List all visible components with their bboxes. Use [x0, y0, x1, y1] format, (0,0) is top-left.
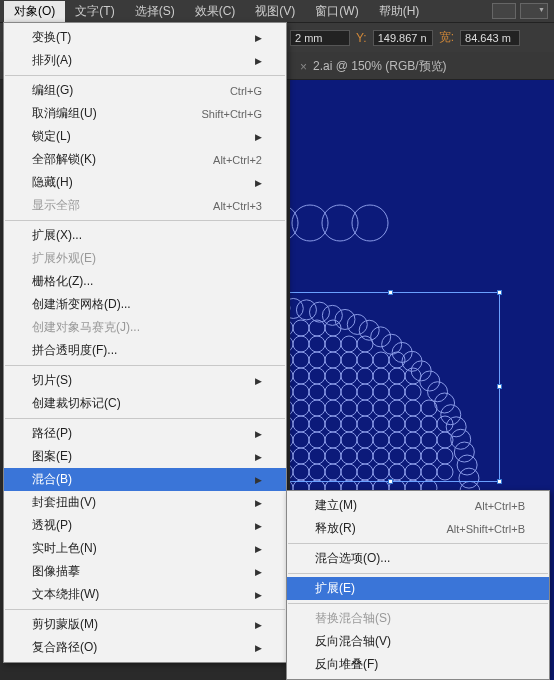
cb-value-suffix[interactable]: 2 mm	[290, 30, 350, 46]
menu-item[interactable]: 释放(R)Alt+Shift+Ctrl+B	[287, 517, 549, 540]
menu-view[interactable]: 视图(V)	[245, 1, 305, 22]
menu-separator	[5, 220, 285, 221]
menu-shortcut: Shift+Ctrl+G	[201, 108, 262, 120]
menu-item-label: 栅格化(Z)...	[32, 273, 262, 290]
menu-item-label: 反向混合轴(V)	[315, 633, 525, 650]
menu-item-label: 全部解锁(K)	[32, 151, 213, 168]
menu-item: 创建对象马赛克(J)...	[4, 316, 286, 339]
menu-item[interactable]: 图案(E)▶	[4, 445, 286, 468]
submenu-arrow-icon: ▶	[255, 521, 262, 531]
menu-item-label: 编组(G)	[32, 82, 230, 99]
menu-item-label: 封套扭曲(V)	[32, 494, 247, 511]
menu-item[interactable]: 文本绕排(W)▶	[4, 583, 286, 606]
menu-separator	[5, 418, 285, 419]
submenu-arrow-icon: ▶	[255, 33, 262, 43]
menu-item-label: 拼合透明度(F)...	[32, 342, 262, 359]
menu-item[interactable]: 封套扭曲(V)▶	[4, 491, 286, 514]
menu-item-label: 混合选项(O)...	[315, 550, 525, 567]
menu-separator	[288, 603, 548, 604]
menu-item[interactable]: 建立(M)Alt+Ctrl+B	[287, 494, 549, 517]
menu-item[interactable]: 复合路径(O)▶	[4, 636, 286, 659]
menu-effect[interactable]: 效果(C)	[185, 1, 246, 22]
submenu-arrow-icon: ▶	[255, 643, 262, 653]
menu-shortcut: Alt+Ctrl+2	[213, 154, 262, 166]
handle-tr[interactable]	[497, 290, 502, 295]
menu-item-label: 取消编组(U)	[32, 105, 201, 122]
menubar: 对象(O) 文字(T) 选择(S) 效果(C) 视图(V) 窗口(W) 帮助(H…	[0, 0, 554, 22]
menu-item[interactable]: 混合选项(O)...	[287, 547, 549, 570]
menu-separator	[5, 609, 285, 610]
menu-type[interactable]: 文字(T)	[65, 1, 124, 22]
menu-item[interactable]: 全部解锁(K)Alt+Ctrl+2	[4, 148, 286, 171]
menu-separator	[5, 75, 285, 76]
handle-mr[interactable]	[497, 384, 502, 389]
document-tab[interactable]: × 2.ai @ 150% (RGB/预览)	[290, 54, 457, 79]
menu-select[interactable]: 选择(S)	[125, 1, 185, 22]
menu-item-label: 切片(S)	[32, 372, 247, 389]
menu-item-label: 扩展(X)...	[32, 227, 262, 244]
menu-item[interactable]: 隐藏(H)▶	[4, 171, 286, 194]
menu-item[interactable]: 扩展(X)...	[4, 224, 286, 247]
menu-item[interactable]: 编组(G)Ctrl+G	[4, 79, 286, 102]
handle-br[interactable]	[497, 479, 502, 484]
close-tab-icon[interactable]: ×	[300, 60, 307, 74]
menu-item[interactable]: 剪切蒙版(M)▶	[4, 613, 286, 636]
menu-item-label: 混合(B)	[32, 471, 247, 488]
menu-shortcut: Alt+Shift+Ctrl+B	[446, 523, 525, 535]
menu-separator	[5, 365, 285, 366]
selection-bounds	[290, 292, 500, 482]
menu-item-label: 图像描摹	[32, 563, 247, 580]
menu-item-label: 建立(M)	[315, 497, 475, 514]
menu-item[interactable]: 栅格化(Z)...	[4, 270, 286, 293]
menu-item[interactable]: 拼合透明度(F)...	[4, 339, 286, 362]
menu-item[interactable]: 透视(P)▶	[4, 514, 286, 537]
menu-item[interactable]: 变换(T)▶	[4, 26, 286, 49]
menu-item[interactable]: 图像描摹▶	[4, 560, 286, 583]
menu-help[interactable]: 帮助(H)	[369, 1, 430, 22]
submenu-arrow-icon: ▶	[255, 376, 262, 386]
handle-bm[interactable]	[388, 479, 393, 484]
menu-shortcut: Alt+Ctrl+B	[475, 500, 525, 512]
submenu-arrow-icon: ▶	[255, 567, 262, 577]
cb-w-input[interactable]: 84.643 m	[460, 30, 520, 46]
menu-item[interactable]: 反向混合轴(V)	[287, 630, 549, 653]
menu-item-label: 反向堆叠(F)	[315, 656, 525, 673]
menu-item-label: 透视(P)	[32, 517, 247, 534]
menu-item[interactable]: 切片(S)▶	[4, 369, 286, 392]
menu-item[interactable]: 取消编组(U)Shift+Ctrl+G	[4, 102, 286, 125]
toolbar-icon-1[interactable]	[492, 3, 516, 19]
menu-item-label: 文本绕排(W)	[32, 586, 247, 603]
menu-object[interactable]: 对象(O)	[4, 1, 65, 22]
menu-item-label: 扩展外观(E)	[32, 250, 262, 267]
menu-item-label: 扩展(E)	[315, 580, 525, 597]
toolbar-icon-2[interactable]	[520, 3, 548, 19]
menu-item[interactable]: 实时上色(N)▶	[4, 537, 286, 560]
menu-item-label: 隐藏(H)	[32, 174, 247, 191]
menu-item-label: 创建裁切标记(C)	[32, 395, 262, 412]
handle-tm[interactable]	[388, 290, 393, 295]
menu-shortcut: Alt+Ctrl+3	[213, 200, 262, 212]
menu-item[interactable]: 反向堆叠(F)	[287, 653, 549, 676]
submenu-arrow-icon: ▶	[255, 429, 262, 439]
menu-item[interactable]: 锁定(L)▶	[4, 125, 286, 148]
svg-point-3	[352, 205, 388, 241]
submenu-arrow-icon: ▶	[255, 178, 262, 188]
menu-item-label: 剪切蒙版(M)	[32, 616, 247, 633]
cb-y-input[interactable]: 149.867 n	[373, 30, 433, 46]
menu-item-label: 复合路径(O)	[32, 639, 247, 656]
menu-item[interactable]: 混合(B)▶	[4, 468, 286, 491]
menu-item[interactable]: 创建裁切标记(C)	[4, 392, 286, 415]
menu-item-label: 图案(E)	[32, 448, 247, 465]
menu-item: 显示全部Alt+Ctrl+3	[4, 194, 286, 217]
menu-item[interactable]: 路径(P)▶	[4, 422, 286, 445]
svg-point-2	[322, 205, 358, 241]
menu-item[interactable]: 创建渐变网格(D)...	[4, 293, 286, 316]
menu-item-label: 显示全部	[32, 197, 213, 214]
menu-item[interactable]: 扩展(E)	[287, 577, 549, 600]
menu-item-label: 变换(T)	[32, 29, 247, 46]
menu-window[interactable]: 窗口(W)	[305, 1, 368, 22]
submenu-arrow-icon: ▶	[255, 590, 262, 600]
menu-item[interactable]: 排列(A)▶	[4, 49, 286, 72]
menu-item-label: 锁定(L)	[32, 128, 247, 145]
submenu-arrow-icon: ▶	[255, 620, 262, 630]
